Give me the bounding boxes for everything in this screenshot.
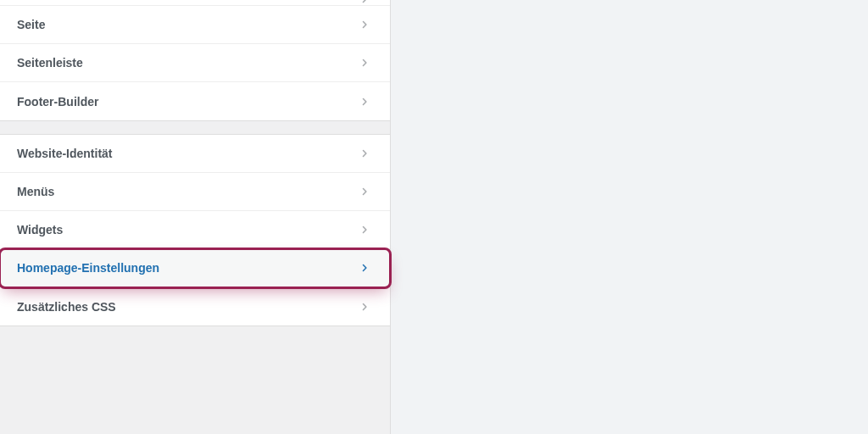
nav-item-label: Seitenleiste	[17, 56, 83, 70]
nav-item-label: Menüs	[17, 185, 54, 198]
nav-item-partial-top[interactable]	[0, 0, 390, 6]
nav-item-footer-builder[interactable]: Footer-Builder	[0, 82, 390, 120]
nav-item-homepage-einstellungen[interactable]: Homepage-Einstellungen	[0, 249, 390, 287]
nav-item-zusaetzliches-css[interactable]: Zusätzliches CSS	[0, 287, 390, 326]
chevron-right-icon	[356, 93, 373, 110]
nav-item-website-identitaet[interactable]: Website-Identität	[0, 135, 390, 173]
chevron-right-icon	[356, 145, 373, 162]
preview-pane	[391, 0, 868, 434]
nav-item-seitenleiste[interactable]: Seitenleiste	[0, 44, 390, 82]
settings-group-2: Website-Identität Menüs Widgets Homepage…	[0, 134, 390, 326]
nav-item-label: Widgets	[17, 223, 63, 236]
nav-item-seite[interactable]: Seite	[0, 6, 390, 44]
settings-group-1: Seite Seitenleiste Footer-Builder	[0, 0, 390, 121]
chevron-right-icon	[356, 16, 373, 33]
chevron-right-icon	[356, 259, 373, 276]
nav-item-label: Homepage-Einstellungen	[17, 261, 159, 275]
chevron-right-icon	[356, 54, 373, 71]
nav-item-menues[interactable]: Menüs	[0, 173, 390, 211]
chevron-right-icon	[356, 221, 373, 238]
nav-item-label: Website-Identität	[17, 147, 113, 160]
customizer-sidebar: Seite Seitenleiste Footer-Builder Websit…	[0, 0, 391, 434]
chevron-right-icon	[356, 298, 373, 315]
nav-item-label: Seite	[17, 18, 45, 31]
nav-item-label: Footer-Builder	[17, 95, 98, 108]
nav-item-widgets[interactable]: Widgets	[0, 211, 390, 249]
nav-item-label: Zusätzliches CSS	[17, 300, 116, 314]
sidebar-empty-area	[0, 326, 390, 434]
chevron-right-icon	[356, 183, 373, 200]
